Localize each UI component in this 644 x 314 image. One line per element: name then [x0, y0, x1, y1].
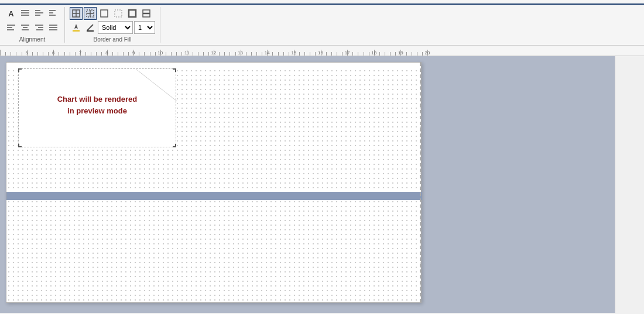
page-right-border: [420, 63, 421, 302]
lines-icon-1[interactable]: [19, 7, 32, 20]
line-color-button[interactable]: [84, 21, 97, 34]
fill-color-button[interactable]: [70, 21, 83, 34]
border-style-select[interactable]: Solid Dashed Dotted: [98, 21, 133, 34]
svg-rect-27: [101, 10, 108, 17]
border-all-button[interactable]: [70, 7, 83, 20]
alignment-row2: [5, 21, 60, 34]
toolbar: A: [0, 5, 644, 46]
align-right-button[interactable]: [33, 21, 46, 34]
alignment-section: A: [5, 7, 65, 43]
selected-row: [6, 192, 422, 200]
border-controls-row2: Solid Dashed Dotted 1 2 3 4: [70, 21, 155, 34]
svg-line-36: [136, 69, 177, 101]
alignment-row1: A: [5, 7, 60, 20]
lines-icon-2[interactable]: [33, 7, 46, 20]
border-fill-section: Solid Dashed Dotted 1 2 3 4 Border and F…: [65, 7, 160, 43]
svg-line-34: [87, 25, 93, 30]
border-fill-label: Border and Fill: [70, 36, 155, 43]
top-accent-bar: [0, 0, 644, 5]
border-outer-button[interactable]: [98, 7, 111, 20]
ruler-canvas: 567891011121314151617181920: [0, 46, 644, 56]
document-area[interactable]: Chart will be rendered in preview mode: [0, 56, 615, 313]
align-justify-button[interactable]: [47, 21, 60, 34]
chart-placeholder-text: Chart will be rendered in preview mode: [57, 94, 138, 118]
align-center-button[interactable]: [19, 21, 32, 34]
ruler: 567891011121314151617181920: [0, 46, 644, 56]
border-thick-button[interactable]: [126, 7, 139, 20]
svg-rect-35: [87, 30, 94, 32]
align-left-button[interactable]: [5, 21, 18, 34]
chart-placeholder: Chart will be rendered in preview mode: [18, 68, 176, 147]
right-sidebar: [615, 56, 644, 313]
alignment-label: Alignment: [5, 36, 60, 43]
border-grid-row1: [70, 7, 153, 20]
svg-marker-32: [74, 24, 78, 29]
border-custom-button[interactable]: [140, 7, 153, 20]
main-area: Chart will be rendered in preview mode: [0, 56, 644, 313]
page: Chart will be rendered in preview mode: [6, 62, 422, 303]
lines-icon-3[interactable]: [47, 7, 60, 20]
page-content: Chart will be rendered in preview mode: [6, 68, 421, 302]
svg-rect-33: [73, 30, 80, 32]
svg-rect-28: [115, 10, 122, 17]
border-width-select[interactable]: 1 2 3 4: [134, 21, 155, 34]
text-align-button[interactable]: A: [5, 7, 18, 20]
svg-rect-29: [129, 10, 136, 17]
border-inner-button[interactable]: [84, 7, 97, 20]
border-none-button[interactable]: [112, 7, 125, 20]
